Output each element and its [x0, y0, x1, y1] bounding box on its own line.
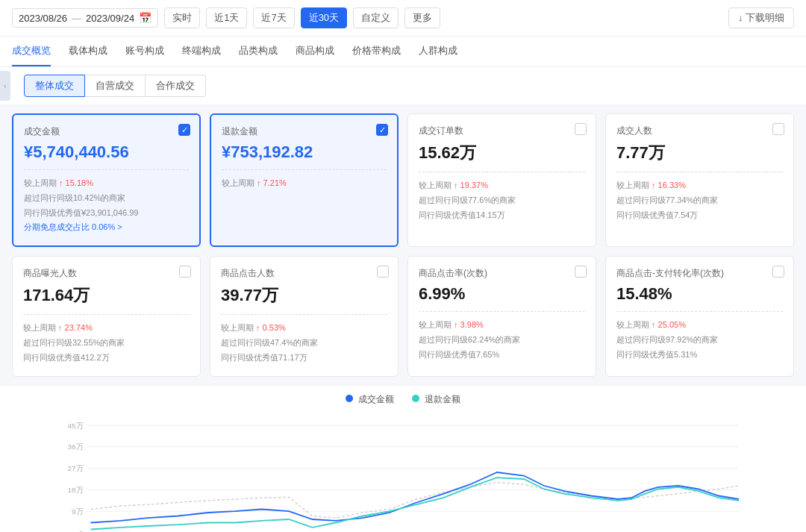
- 7day-btn[interactable]: 近7天: [253, 7, 294, 28]
- card-order-count: 成交订单数 15.62万 较上周期 ↑ 19.37% 超过同行同级77.6%的商…: [407, 113, 596, 247]
- card-value-1: ¥5,740,440.56: [24, 143, 189, 162]
- nav-tab-category[interactable]: 品类构成: [239, 37, 278, 66]
- date-range[interactable]: 2023/08/26 — 2023/09/24 📅: [12, 8, 158, 28]
- nav-tab-overview[interactable]: 成交概览: [12, 37, 51, 66]
- legend-item-blue: 成交金额: [346, 393, 394, 406]
- card-title-3: 成交订单数: [419, 125, 585, 137]
- svg-text:9万: 9万: [72, 507, 84, 515]
- card-refund-amount: 退款金额 ✓ ¥753,192.82 较上周期 ↑ 7.21%: [210, 113, 399, 247]
- card-title-1: 成交金额: [24, 125, 189, 138]
- sub-tab-overall[interactable]: 整体成交: [24, 75, 85, 97]
- nav-tab-goods[interactable]: 商品构成: [296, 37, 334, 66]
- checkbox-1[interactable]: ✓: [178, 124, 190, 136]
- nav-tab-price[interactable]: 价格带构成: [352, 37, 401, 66]
- card-meta-4: 较上周期 ↑ 16.33% 超过同行同级77.34%的商家 同行同级优秀值7.5…: [616, 178, 783, 222]
- card-meta-5: 较上周期 ↑ 23.74% 超过同行同级32.55%的商家 同行同级优秀值412…: [23, 321, 190, 365]
- date-separator: —: [72, 13, 81, 24]
- main-container: 2023/08/26 — 2023/09/24 📅 实时 近1天 近7天 近30…: [0, 0, 806, 532]
- sub-tab-self[interactable]: 自营成交: [85, 75, 146, 97]
- nav-tabs: 成交概览 载体构成 账号构成 终端构成 品类构成 商品构成 价格带构成 人群构成: [0, 37, 806, 67]
- card-meta-7: 较上周期 ↑ 3.98% 超过同行同级62.24%的商家 同行同级优秀值7.65…: [419, 318, 585, 362]
- more-btn[interactable]: 更多: [404, 7, 440, 28]
- chart-legend: 成交金额 退款金额: [12, 393, 794, 406]
- nav-tab-account[interactable]: 账号构成: [125, 37, 164, 66]
- realtime-btn[interactable]: 实时: [164, 7, 200, 28]
- svg-text:45万: 45万: [68, 421, 84, 429]
- checkbox-2[interactable]: ✓: [376, 124, 388, 136]
- chart-svg: 45万 36万 27万 18万 9万 0 08/17 08/27 09/06 0…: [12, 412, 794, 532]
- card-meta-6: 较上周期 ↑ 0.53% 超过同行同级47.4%的商家 同行同级优秀值71.17…: [221, 321, 387, 365]
- card-meta-1: 较上周期 ↑ 15.18% 超过同行同级10.42%的商家 同行同级优秀值¥23…: [24, 176, 189, 235]
- calendar-icon: 📅: [139, 12, 151, 24]
- card-ctr: 商品点击率(次数) 6.99% 较上周期 ↑ 3.98% 超过同行同级62.24…: [407, 256, 596, 376]
- checkbox-6[interactable]: [377, 266, 389, 278]
- card-value-5: 171.64万: [23, 284, 190, 307]
- checkbox-7[interactable]: [575, 266, 587, 278]
- nav-tab-terminal[interactable]: 终端构成: [182, 37, 221, 66]
- card-value-6: 39.77万: [221, 284, 387, 307]
- legend-label-blue: 成交金额: [358, 394, 394, 404]
- card-title-8: 商品点击-支付转化率(次数): [616, 267, 783, 280]
- date-to: 2023/09/24: [86, 13, 134, 24]
- cards-grid: 成交金额 ✓ ¥5,740,440.56 较上周期 ↑ 15.18% 超过同行同…: [0, 104, 806, 386]
- svg-text:18万: 18万: [68, 486, 84, 494]
- card-meta-3: 较上周期 ↑ 19.37% 超过同行同级77.6%的商家 同行同级优秀值14.1…: [419, 178, 585, 222]
- card-value-2: ¥753,192.82: [222, 143, 387, 162]
- card-meta-2: 较上周期 ↑ 7.21%: [222, 176, 387, 191]
- card-title-4: 成交人数: [616, 125, 783, 137]
- card-transaction-amount: 成交金额 ✓ ¥5,740,440.56 较上周期 ↑ 15.18% 超过同行同…: [12, 113, 201, 247]
- 30day-btn[interactable]: 近30天: [301, 7, 347, 28]
- card-click-count: 商品点击人数 39.77万 较上周期 ↑ 0.53% 超过同行同级47.4%的商…: [210, 256, 399, 376]
- checkbox-3[interactable]: [575, 123, 587, 135]
- card-meta-8: 较上周期 ↑ 25.05% 超过同行同级97.92%的商家 同行同级优秀值5.3…: [616, 318, 783, 362]
- checkbox-8[interactable]: [772, 266, 784, 278]
- svg-text:27万: 27万: [68, 464, 84, 472]
- checkbox-4[interactable]: [772, 123, 784, 135]
- 1day-btn[interactable]: 近1天: [206, 7, 247, 28]
- nav-tab-crowd[interactable]: 人群构成: [419, 37, 457, 66]
- legend-dot-cyan: [412, 395, 419, 402]
- sub-tab-coop[interactable]: 合作成交: [146, 75, 206, 97]
- nav-tab-carrier[interactable]: 载体构成: [69, 37, 107, 66]
- card-cvr: 商品点击-支付转化率(次数) 15.48% 较上周期 ↑ 25.05% 超过同行…: [605, 256, 794, 376]
- checkbox-5[interactable]: [179, 266, 191, 278]
- card-title-6: 商品点击人数: [221, 267, 387, 280]
- top-bar: 2023/08/26 — 2023/09/24 📅 实时 近1天 近7天 近30…: [0, 0, 806, 37]
- date-from: 2023/08/26: [19, 13, 67, 24]
- legend-item-cyan: 退款金额: [412, 393, 460, 406]
- sub-tabs: 整体成交 自营成交 合作成交: [12, 67, 794, 104]
- svg-text:36万: 36万: [68, 442, 84, 451]
- card-value-4: 7.77万: [616, 142, 783, 164]
- svg-text:0: 0: [79, 528, 84, 532]
- card-title-7: 商品点击率(次数): [419, 267, 585, 280]
- custom-btn[interactable]: 自定义: [353, 7, 399, 28]
- legend-label-cyan: 退款金额: [425, 394, 460, 404]
- collapse-btn[interactable]: ‹: [0, 71, 10, 101]
- card-value-8: 15.48%: [616, 284, 783, 304]
- card-exposure-count: 商品曝光人数 171.64万 较上周期 ↑ 23.74% 超过同行同级32.55…: [12, 256, 201, 376]
- card-title-2: 退款金额: [222, 125, 387, 138]
- card-buyer-count: 成交人数 7.77万 较上周期 ↑ 16.33% 超过同行同级77.34%的商家…: [605, 113, 794, 247]
- chart-area: 成交金额 退款金额 45万 36万 27万 18万 9万 0 08/17 0: [0, 386, 806, 532]
- card-value-7: 6.99%: [419, 284, 585, 304]
- card-value-3: 15.62万: [419, 142, 585, 164]
- card-title-5: 商品曝光人数: [23, 267, 190, 280]
- legend-dot-blue: [346, 395, 353, 402]
- download-btn[interactable]: ↓ 下载明细: [728, 7, 794, 28]
